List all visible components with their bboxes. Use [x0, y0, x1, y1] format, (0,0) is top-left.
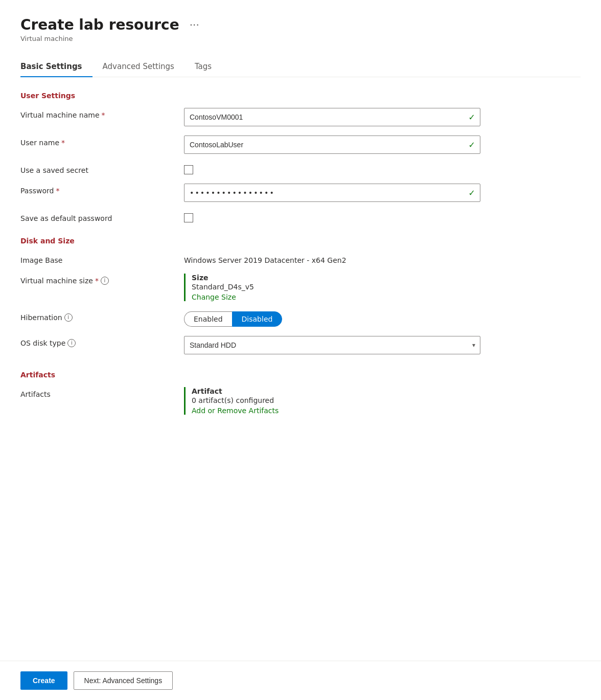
password-input[interactable]	[184, 184, 480, 202]
artifact-count: 0 artifact(s) configured	[192, 396, 480, 404]
artifact-heading: Artifact	[192, 387, 480, 395]
vm-name-label: Virtual machine name *	[20, 108, 184, 119]
hibernation-enabled-option[interactable]: Enabled	[184, 311, 232, 327]
username-row: User name * ✓	[20, 136, 581, 154]
os-disk-control: Standard HDD Standard SSD Premium SSD ▾	[184, 336, 480, 354]
hibernation-label: Hibernation i	[20, 310, 184, 322]
page-subtitle: Virtual machine	[20, 35, 581, 42]
vm-name-row: Virtual machine name * ✓	[20, 108, 581, 126]
vm-name-control: ✓	[184, 108, 480, 126]
artifacts-row: Artifacts Artifact 0 artifact(s) configu…	[20, 387, 581, 415]
disk-section-title: Disk and Size	[20, 237, 581, 245]
tab-advanced-settings[interactable]: Advanced Settings	[103, 57, 184, 77]
saved-secret-row: Use a saved secret	[20, 163, 581, 174]
tab-tags[interactable]: Tags	[195, 57, 222, 77]
default-password-row: Save as default password	[20, 211, 581, 222]
saved-secret-control	[184, 163, 480, 174]
username-check-icon: ✓	[469, 140, 475, 149]
vm-name-required: *	[102, 111, 105, 119]
vm-size-required: *	[95, 277, 99, 285]
hibernation-row: Hibernation i Enabled Disabled	[20, 310, 581, 327]
vm-size-row: Virtual machine size * i Size Standard_D…	[20, 274, 581, 301]
image-base-value: Windows Server 2019 Datacenter - x64 Gen…	[184, 253, 480, 264]
image-base-label: Image Base	[20, 253, 184, 264]
default-password-control	[184, 211, 480, 222]
ellipsis-menu-button[interactable]: ···	[190, 19, 199, 31]
password-required: *	[56, 187, 59, 195]
saved-secret-checkbox[interactable]	[184, 165, 193, 174]
password-label: Password *	[20, 184, 184, 195]
username-control: ✓	[184, 136, 480, 154]
saved-secret-label: Use a saved secret	[20, 163, 184, 174]
hibernation-disabled-option[interactable]: Disabled	[232, 311, 283, 327]
username-required: *	[61, 139, 65, 147]
vm-size-label: Virtual machine size * i	[20, 274, 184, 285]
tab-bar: Basic Settings Advanced Settings Tags	[20, 57, 581, 77]
vm-name-check-icon: ✓	[469, 112, 475, 122]
password-control: ✓	[184, 184, 480, 202]
vm-size-control: Size Standard_D4s_v5 Change Size	[184, 274, 480, 301]
password-check-icon: ✓	[469, 188, 475, 197]
default-password-checkbox[interactable]	[184, 213, 193, 222]
size-heading: Size	[192, 274, 480, 282]
footer: Create Next: Advanced Settings	[0, 661, 601, 700]
os-disk-row: OS disk type i Standard HDD Standard SSD…	[20, 336, 581, 354]
add-remove-artifacts-link[interactable]: Add or Remove Artifacts	[192, 407, 279, 415]
tab-basic-settings[interactable]: Basic Settings	[20, 57, 93, 77]
next-advanced-settings-button[interactable]: Next: Advanced Settings	[74, 671, 173, 690]
os-disk-info-icon[interactable]: i	[67, 339, 76, 347]
username-input[interactable]	[184, 136, 480, 154]
os-disk-label: OS disk type i	[20, 336, 184, 347]
change-size-link[interactable]: Change Size	[192, 293, 236, 301]
hibernation-info-icon[interactable]: i	[64, 313, 73, 322]
artifacts-control: Artifact 0 artifact(s) configured Add or…	[184, 387, 480, 415]
size-value: Standard_D4s_v5	[192, 283, 480, 291]
artifacts-section-title: Artifacts	[20, 371, 581, 379]
user-settings-section-title: User Settings	[20, 92, 581, 100]
os-disk-select[interactable]: Standard HDD Standard SSD Premium SSD	[184, 336, 480, 354]
create-button[interactable]: Create	[20, 671, 67, 690]
default-password-label: Save as default password	[20, 211, 184, 222]
vm-name-input[interactable]	[184, 108, 480, 126]
hibernation-control: Enabled Disabled	[184, 310, 480, 327]
image-base-row: Image Base Windows Server 2019 Datacente…	[20, 253, 581, 264]
username-label: User name *	[20, 136, 184, 147]
artifacts-label: Artifacts	[20, 387, 184, 398]
page-title: Create lab resource	[20, 16, 179, 34]
vm-size-info-icon[interactable]: i	[101, 277, 109, 285]
password-row: Password * ✓	[20, 184, 581, 202]
